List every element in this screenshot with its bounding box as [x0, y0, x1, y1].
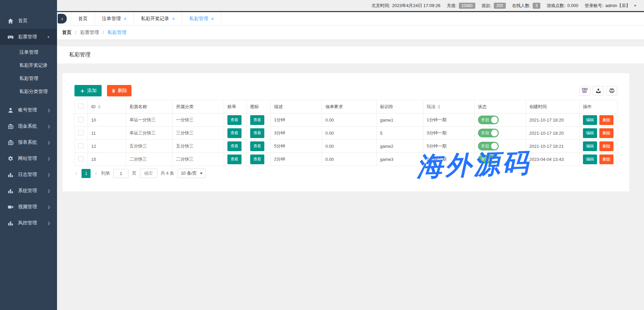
- page-number-button[interactable]: 1: [82, 169, 91, 178]
- sidebar-item-cash[interactable]: 现金系统 ❯: [0, 118, 57, 134]
- view-odds-button[interactable]: 查看: [227, 154, 241, 164]
- pagination: ‹ 1 › 到第 页 确定 共 4 条 10 条/页: [74, 169, 617, 178]
- breadcrumb-section[interactable]: 彩票管理: [80, 30, 99, 36]
- topbar: 北京时间: 2023年4月24日 17:09:26 充值: 10480 提款: …: [57, 0, 644, 11]
- select-all-checkbox[interactable]: [78, 103, 84, 109]
- video-camera-icon: [8, 204, 13, 210]
- confirm-page-button[interactable]: 确定: [140, 169, 157, 178]
- online-badge: 3: [533, 3, 540, 9]
- goto-page-input[interactable]: [113, 169, 129, 178]
- row-delete-button[interactable]: 删除: [599, 154, 613, 164]
- breadcrumb-separator: /: [75, 30, 76, 35]
- chevron-right-icon: ❯: [47, 157, 50, 161]
- sidebar-subitem-lottery-category[interactable]: 私彩分类管理: [0, 85, 57, 98]
- view-icon-button[interactable]: 查看: [250, 128, 264, 138]
- chevron-right-icon: ❯: [47, 173, 50, 177]
- edit-button[interactable]: 编辑: [583, 115, 597, 125]
- sidebar-item-label: 风控管理: [18, 220, 47, 226]
- sidebar-item-label: 现金系统: [18, 123, 47, 129]
- table-row: 11 幸运三分快三 三分快三 查看 查看 3分钟 0.00 5 3分钟一期 开启…: [75, 127, 618, 140]
- toggle-knob: [491, 130, 498, 136]
- sidebar-subitem-draw-records[interactable]: 私彩开奖记录: [0, 59, 57, 72]
- online-stat: 在线人数: 3: [512, 3, 540, 9]
- withdraw-badge: 200: [494, 3, 506, 9]
- columns-toggle-button[interactable]: [579, 86, 590, 96]
- print-button[interactable]: [606, 86, 617, 96]
- toggle-knob: [491, 156, 498, 163]
- trash-icon: [111, 88, 116, 93]
- close-icon[interactable]: ×: [172, 16, 175, 21]
- row-delete-button[interactable]: 删除: [599, 141, 613, 151]
- status-toggle[interactable]: 开启: [478, 155, 499, 164]
- sidebar-item-accounts[interactable]: 账号管理 ❯: [0, 102, 57, 118]
- print-icon: [609, 88, 614, 93]
- prev-page-icon[interactable]: ‹: [74, 170, 78, 176]
- row-checkbox[interactable]: [78, 130, 84, 135]
- row-checkbox[interactable]: [78, 156, 84, 162]
- table-panel: ＋ 添加 删除: [62, 73, 629, 191]
- account-dropdown[interactable]: 登录账号: admin【后】 ▼: [585, 3, 637, 9]
- sidebar-subitem-private-lottery[interactable]: 私彩管理: [0, 72, 57, 85]
- sidebar-item-risk[interactable]: 风控管理 ❯: [0, 215, 57, 231]
- edit-button[interactable]: 编辑: [583, 128, 597, 138]
- sidebar: 首页 彩票管理 ▼ 注单管理 私彩开奖记录 私彩管理 私彩分类管理 账号管理 ❯: [0, 0, 57, 310]
- view-odds-button[interactable]: 查看: [227, 141, 241, 151]
- add-button[interactable]: ＋ 添加: [74, 85, 102, 96]
- chevron-right-icon: ❯: [47, 108, 50, 112]
- sidebar-submenu: 注单管理 私彩开奖记录 私彩管理 私彩分类管理: [0, 45, 57, 102]
- sidebar-item-home[interactable]: 首页: [0, 13, 57, 29]
- row-checkbox[interactable]: [78, 143, 84, 148]
- next-page-icon[interactable]: ›: [94, 170, 98, 176]
- page-title: 私彩管理: [69, 51, 91, 58]
- chevron-left-icon: ‹: [61, 16, 63, 22]
- caret-down-icon: [200, 173, 203, 174]
- view-icon-button[interactable]: 查看: [250, 154, 264, 164]
- toggle-knob: [491, 143, 498, 149]
- tab-home[interactable]: 首页: [71, 12, 95, 25]
- sidebar-item-website[interactable]: 网站管理 ❯: [0, 150, 57, 167]
- sidebar-item-system[interactable]: 系统管理 ❯: [0, 183, 57, 199]
- view-odds-button[interactable]: 查看: [227, 115, 241, 125]
- close-icon[interactable]: ×: [124, 16, 126, 21]
- sidebar-item-reports[interactable]: 报表系统 ❯: [0, 134, 57, 150]
- delete-button[interactable]: 删除: [107, 85, 131, 96]
- sidebar-item-video[interactable]: 视频管理 ❯: [0, 199, 57, 215]
- user-icon: [8, 107, 13, 113]
- status-toggle[interactable]: 开启: [478, 116, 499, 124]
- tab-draw-records[interactable]: 私彩开奖记录 ×: [134, 12, 182, 25]
- view-icon-button[interactable]: 查看: [250, 115, 264, 125]
- sidebar-collapse-button[interactable]: ‹: [58, 14, 67, 24]
- close-icon[interactable]: ×: [211, 16, 214, 21]
- tab-bet-orders[interactable]: 注单管理 ×: [95, 12, 134, 25]
- tab-private-lottery[interactable]: 私彩管理 ×: [182, 12, 221, 25]
- sidebar-item-logs[interactable]: 日志管理 ❯: [0, 167, 57, 183]
- table-row: 15 二分快三 二分快三 查看 查看 2分钟 0.00 game3 2分钟一期 …: [75, 153, 618, 166]
- page-size-select[interactable]: 10 条/页: [177, 169, 206, 178]
- sidebar-subitem-bet-orders[interactable]: 注单管理: [0, 46, 57, 59]
- row-delete-button[interactable]: 删除: [599, 128, 613, 138]
- breadcrumb-home[interactable]: 首页: [62, 30, 71, 36]
- edit-button[interactable]: 编辑: [583, 154, 597, 164]
- sidebar-item-label: 彩票管理: [18, 34, 47, 40]
- table-header-row: ID 彩票名称 所属分类 赔率 图标 描述 做单要求 标识符 玩法 状态 创建时…: [75, 100, 618, 114]
- status-toggle[interactable]: 开启: [478, 142, 499, 150]
- sidebar-item-label: 系统管理: [18, 188, 47, 194]
- view-icon-button[interactable]: 查看: [250, 141, 264, 151]
- recharge-badge: 10480: [459, 3, 475, 9]
- status-toggle[interactable]: 开启: [478, 129, 499, 137]
- home-icon: [8, 18, 13, 24]
- row-checkbox[interactable]: [78, 117, 84, 122]
- sort-icon[interactable]: [438, 105, 440, 109]
- bar-chart-icon: [8, 188, 13, 194]
- view-odds-button[interactable]: 查看: [227, 128, 241, 138]
- edit-button[interactable]: 编辑: [583, 141, 597, 151]
- export-icon: [596, 88, 601, 93]
- export-button[interactable]: [593, 86, 604, 96]
- app-root: 首页 彩票管理 ▼ 注单管理 私彩开奖记录 私彩管理 私彩分类管理 账号管理 ❯: [0, 0, 644, 310]
- toggle-knob: [491, 117, 498, 123]
- row-delete-button[interactable]: 删除: [599, 115, 613, 125]
- sort-icon[interactable]: [98, 105, 101, 109]
- sidebar-item-lottery[interactable]: 彩票管理 ▼: [0, 29, 57, 45]
- table-row: 12 五分快三 五分快三 查看 查看 5分钟 0.00 game2 5分钟一期 …: [75, 140, 618, 153]
- total-count-label: 共 4 条: [161, 170, 174, 176]
